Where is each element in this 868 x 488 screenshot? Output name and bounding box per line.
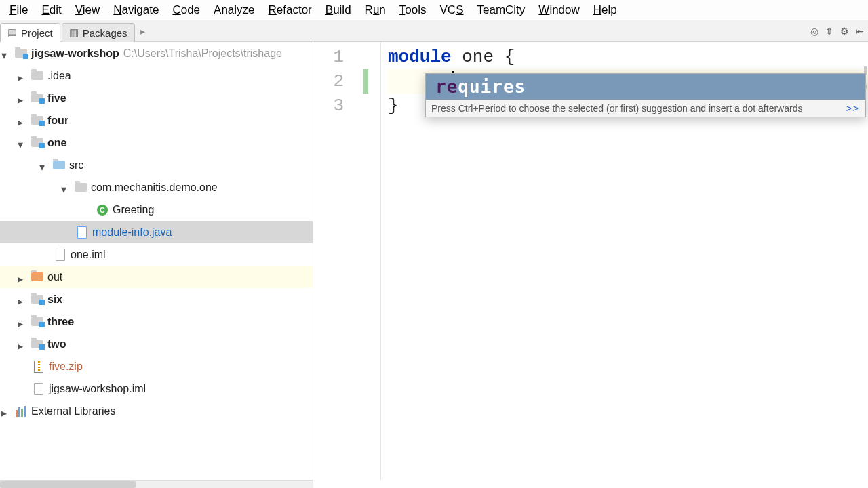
tool-tabs: ▤ Project ▥ Packages ▸ ◎ ⇕ ⚙ ⇤ xyxy=(0,20,868,42)
tree-label: two xyxy=(47,338,66,350)
project-tree[interactable]: jigsaw-workshop C:\Users\Trisha\Projects… xyxy=(0,42,313,480)
tree-greeting[interactable]: C Greeting xyxy=(0,199,313,221)
completion-hint: Press Ctrl+Period to choose the selected… xyxy=(426,100,865,117)
tree-label: four xyxy=(47,115,68,127)
tree-label: one.iml xyxy=(71,249,106,261)
tree-label: com.mechanitis.demo.one xyxy=(91,182,218,194)
tree-label: six xyxy=(47,293,62,306)
project-icon: ▤ xyxy=(7,26,17,39)
menu-window[interactable]: Window xyxy=(532,2,586,18)
target-icon[interactable]: ◎ xyxy=(810,26,818,37)
completion-rest: quires xyxy=(458,77,526,97)
file-icon xyxy=(54,249,66,261)
completion-popup[interactable]: requires Press Ctrl+Period to choose the… xyxy=(425,73,866,117)
tab-packages-label: Packages xyxy=(83,27,127,39)
tree-idea[interactable]: .idea xyxy=(0,64,313,87)
folder-icon xyxy=(31,70,43,82)
tree-path: C:\Users\Trisha\Projects\trishage xyxy=(123,47,282,60)
menu-analyze[interactable]: Analyze xyxy=(207,2,261,18)
tree-label: three xyxy=(47,316,74,328)
menu-navigate[interactable]: Navigate xyxy=(106,2,165,18)
tree-label: Greeting xyxy=(113,204,154,216)
class-icon: C xyxy=(96,204,108,216)
gutter: 1 2 3 xyxy=(313,42,381,480)
tree-label: External Libraries xyxy=(31,405,116,418)
menu-refactor[interactable]: Refactor xyxy=(262,2,319,18)
horizontal-scrollbar[interactable] xyxy=(0,480,313,488)
tree-five[interactable]: five xyxy=(0,87,313,109)
expand-icon[interactable] xyxy=(1,49,11,58)
tree-label: jigsaw-workshop xyxy=(31,47,119,60)
tree-src[interactable]: src xyxy=(0,154,313,176)
code-line-1: module one { xyxy=(388,45,868,69)
tree-root[interactable]: jigsaw-workshop C:\Users\Trisha\Projects… xyxy=(0,42,313,64)
expand-icon[interactable] xyxy=(18,71,27,81)
tree-three[interactable]: three xyxy=(0,310,313,333)
folder-icon xyxy=(31,293,43,306)
menu-edit[interactable]: Edit xyxy=(35,2,68,18)
folder-icon xyxy=(31,115,43,127)
tree-label: module-info.java xyxy=(92,226,172,239)
menu-run[interactable]: Run xyxy=(358,2,393,18)
tree-six[interactable]: six xyxy=(0,288,313,310)
expand-icon[interactable] xyxy=(1,407,11,416)
expand-icon[interactable] xyxy=(18,317,27,327)
expand-icon[interactable] xyxy=(61,183,71,192)
expand-icon[interactable] xyxy=(18,295,27,304)
folder-icon xyxy=(31,338,43,350)
collapse-icon[interactable]: ⇕ xyxy=(825,26,833,37)
expand-icon[interactable] xyxy=(18,272,27,282)
folder-icon xyxy=(31,137,43,149)
tree-package[interactable]: com.mechanitis.demo.one xyxy=(0,176,313,199)
menu-bar: File Edit View Navigate Code Analyze Ref… xyxy=(0,0,868,20)
completion-more-link[interactable]: >> xyxy=(846,103,860,114)
menu-code[interactable]: Code xyxy=(165,2,207,18)
folder-icon xyxy=(53,159,65,171)
tab-project[interactable]: ▤ Project xyxy=(0,23,60,42)
tree-four[interactable]: four xyxy=(0,109,313,131)
scrollbar-thumb[interactable] xyxy=(0,481,136,488)
tree-label: src xyxy=(69,159,83,171)
tree-module-info[interactable]: module-info.java xyxy=(0,221,313,243)
folder-icon xyxy=(15,47,27,60)
tree-two[interactable]: two xyxy=(0,333,313,355)
file-icon xyxy=(33,383,45,395)
expand-icon[interactable] xyxy=(39,161,49,170)
completion-match: re xyxy=(435,77,458,97)
folder-icon xyxy=(31,316,43,328)
menu-file[interactable]: File xyxy=(3,2,35,18)
run-icon[interactable]: ▸ xyxy=(140,26,145,37)
tree-one-iml[interactable]: one.iml xyxy=(0,243,313,266)
completion-hint-text: Press Ctrl+Period to choose the selected… xyxy=(431,103,802,114)
menu-teamcity[interactable]: TeamCity xyxy=(470,2,532,18)
folder-icon xyxy=(75,182,87,194)
gear-icon[interactable]: ⚙ xyxy=(840,26,849,37)
tree-label: .idea xyxy=(47,70,71,82)
menu-vcs[interactable]: VCS xyxy=(433,2,471,18)
line-number: 2 xyxy=(313,69,380,94)
folder-icon xyxy=(31,271,43,283)
tree-ws-iml[interactable]: jigsaw-workshop.iml xyxy=(0,378,313,400)
tab-packages[interactable]: ▥ Packages xyxy=(62,23,135,42)
menu-build[interactable]: Build xyxy=(319,2,358,18)
line-number: 3 xyxy=(313,94,380,118)
tree-out[interactable]: out xyxy=(0,266,313,288)
library-icon xyxy=(15,405,27,418)
expand-icon[interactable] xyxy=(18,116,27,125)
completion-item[interactable]: requires xyxy=(426,74,865,100)
tree-ext-lib[interactable]: External Libraries xyxy=(0,400,313,422)
tree-label: jigsaw-workshop.iml xyxy=(49,383,146,395)
expand-icon[interactable] xyxy=(18,340,27,349)
tree-fivezip[interactable]: five.zip xyxy=(0,355,313,378)
menu-tools[interactable]: Tools xyxy=(393,2,433,18)
tree-one[interactable]: one xyxy=(0,131,313,154)
expand-icon[interactable] xyxy=(18,94,27,103)
tree-label: one xyxy=(47,137,66,149)
folder-icon xyxy=(31,92,43,104)
hide-icon[interactable]: ⇤ xyxy=(856,26,864,37)
packages-icon: ▥ xyxy=(69,26,79,39)
tree-label: out xyxy=(47,271,62,283)
menu-help[interactable]: Help xyxy=(587,2,624,18)
menu-view[interactable]: View xyxy=(68,2,107,18)
expand-icon[interactable] xyxy=(18,138,27,148)
